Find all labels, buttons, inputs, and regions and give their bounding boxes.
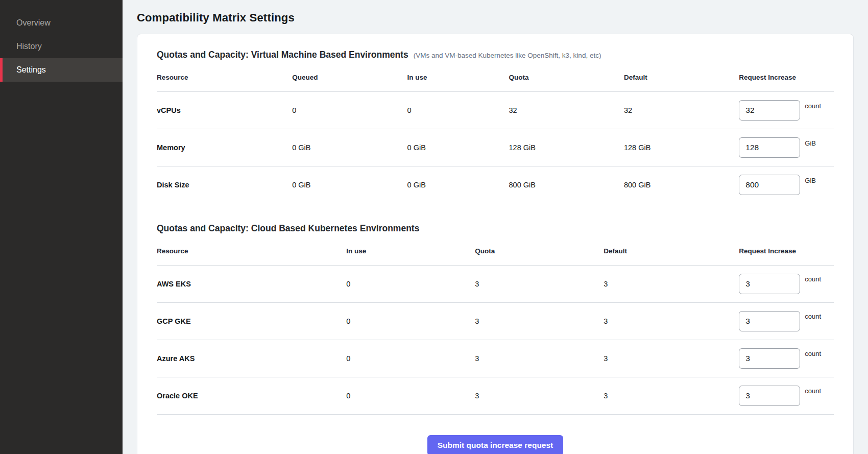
settings-card: Quotas and Capacity: Virtual Machine Bas… bbox=[137, 34, 854, 454]
table-row-disk-size: Disk Size 0 GiB 0 GiB 800 GiB 800 GiB Gi… bbox=[157, 166, 834, 204]
unit-label: count bbox=[805, 313, 821, 320]
unit-label: count bbox=[805, 275, 821, 283]
default-value: 800 GiB bbox=[624, 166, 739, 204]
queued-value: 0 GiB bbox=[292, 129, 407, 166]
main-content: Compatibility Matrix Settings Quotas and… bbox=[123, 0, 868, 454]
table-row-azure-aks: Azure AKS 0 3 3 count bbox=[157, 340, 834, 377]
quota-value: 800 GiB bbox=[509, 166, 624, 204]
request-increase-cell: GiB bbox=[739, 175, 834, 195]
resource-label: Azure AKS bbox=[157, 340, 346, 377]
submit-row: Submit quota increase request bbox=[157, 415, 834, 454]
column-header-in-use: In use bbox=[346, 240, 475, 266]
quota-value: 32 bbox=[509, 92, 624, 129]
vm-quota-table: Resource Queued In use Quota Default Req… bbox=[157, 66, 834, 204]
column-header-request-increase: Request Increase bbox=[739, 66, 834, 92]
table-row-oracle-oke: Oracle OKE 0 3 3 count bbox=[157, 377, 834, 414]
quota-value: 128 GiB bbox=[509, 129, 624, 166]
resource-label: GCP GKE bbox=[157, 302, 346, 340]
sidebar-item-label: Settings bbox=[16, 65, 46, 75]
sidebar-item-settings[interactable]: Settings bbox=[0, 58, 123, 82]
request-increase-input-aws-eks[interactable] bbox=[739, 274, 800, 294]
sidebar-item-label: History bbox=[16, 42, 42, 51]
request-increase-input-disk-size[interactable] bbox=[739, 175, 800, 195]
request-increase-input-azure-aks[interactable] bbox=[739, 348, 800, 369]
unit-label: count bbox=[805, 102, 821, 110]
resource-label: AWS EKS bbox=[157, 265, 346, 302]
unit-label: GiB bbox=[805, 177, 816, 184]
vm-section-header: Quotas and Capacity: Virtual Machine Bas… bbox=[157, 50, 834, 60]
resource-label: Disk Size bbox=[157, 166, 292, 204]
table-row-aws-eks: AWS EKS 0 3 3 count bbox=[157, 265, 834, 302]
page-title: Compatibility Matrix Settings bbox=[137, 11, 854, 25]
sidebar-item-overview[interactable]: Overview bbox=[0, 11, 123, 35]
column-header-request-increase: Request Increase bbox=[739, 240, 834, 266]
resource-label: Memory bbox=[157, 129, 292, 166]
request-increase-input-memory[interactable] bbox=[739, 137, 800, 158]
table-row-gcp-gke: GCP GKE 0 3 3 count bbox=[157, 302, 834, 340]
queued-value: 0 GiB bbox=[292, 166, 407, 204]
column-header-default: Default bbox=[624, 66, 739, 92]
sidebar: Overview History Settings bbox=[0, 0, 123, 454]
default-value: 3 bbox=[604, 340, 739, 377]
request-increase-cell: count bbox=[739, 348, 834, 369]
vm-section-subtitle: (VMs and VM-based Kubernetes like OpenSh… bbox=[414, 52, 601, 59]
default-value: 3 bbox=[604, 302, 739, 340]
in-use-value: 0 GiB bbox=[407, 129, 509, 166]
in-use-value: 0 bbox=[346, 302, 475, 340]
sidebar-item-label: Overview bbox=[16, 18, 51, 28]
request-increase-input-oracle-oke[interactable] bbox=[739, 386, 800, 406]
in-use-value: 0 bbox=[346, 377, 475, 414]
column-header-default: Default bbox=[604, 240, 739, 266]
column-header-resource: Resource bbox=[157, 240, 346, 266]
request-increase-cell: count bbox=[739, 274, 834, 294]
request-increase-input-gcp-gke[interactable] bbox=[739, 311, 800, 331]
in-use-value: 0 bbox=[407, 92, 509, 129]
quota-value: 3 bbox=[475, 265, 604, 302]
submit-quota-increase-button[interactable]: Submit quota increase request bbox=[427, 435, 564, 454]
table-row-memory: Memory 0 GiB 0 GiB 128 GiB 128 GiB GiB bbox=[157, 129, 834, 166]
unit-label: GiB bbox=[805, 139, 816, 147]
request-increase-cell: count bbox=[739, 100, 834, 121]
column-header-queued: Queued bbox=[292, 66, 407, 92]
resource-label: Oracle OKE bbox=[157, 377, 346, 414]
queued-value: 0 bbox=[292, 92, 407, 129]
default-value: 32 bbox=[624, 92, 739, 129]
default-value: 3 bbox=[604, 265, 739, 302]
default-value: 3 bbox=[604, 377, 739, 414]
unit-label: count bbox=[805, 387, 821, 395]
sidebar-item-history[interactable]: History bbox=[0, 35, 123, 58]
table-header-row: Resource In use Quota Default Request In… bbox=[157, 240, 834, 266]
request-increase-input-vcpus[interactable] bbox=[739, 100, 800, 121]
request-increase-cell: count bbox=[739, 311, 834, 331]
request-increase-cell: count bbox=[739, 386, 834, 406]
unit-label: count bbox=[805, 350, 821, 357]
cloud-section-header: Quotas and Capacity: Cloud Based Kuberne… bbox=[157, 223, 834, 234]
app-window: Overview History Settings Compatibility … bbox=[0, 0, 868, 454]
in-use-value: 0 bbox=[346, 340, 475, 377]
table-row-vcpus: vCPUs 0 0 32 32 count bbox=[157, 92, 834, 129]
quota-value: 3 bbox=[475, 340, 604, 377]
resource-label: vCPUs bbox=[157, 92, 292, 129]
cloud-quota-table: Resource In use Quota Default Request In… bbox=[157, 240, 834, 415]
column-header-quota: Quota bbox=[475, 240, 604, 266]
column-header-in-use: In use bbox=[407, 66, 509, 92]
default-value: 128 GiB bbox=[624, 129, 739, 166]
request-increase-cell: GiB bbox=[739, 137, 834, 158]
column-header-resource: Resource bbox=[157, 66, 292, 92]
table-header-row: Resource Queued In use Quota Default Req… bbox=[157, 66, 834, 92]
vm-section-title: Quotas and Capacity: Virtual Machine Bas… bbox=[157, 50, 408, 60]
in-use-value: 0 bbox=[346, 265, 475, 302]
column-header-quota: Quota bbox=[509, 66, 624, 92]
cloud-section-title: Quotas and Capacity: Cloud Based Kuberne… bbox=[157, 223, 419, 234]
in-use-value: 0 GiB bbox=[407, 166, 509, 204]
quota-value: 3 bbox=[475, 377, 604, 414]
quota-value: 3 bbox=[475, 302, 604, 340]
